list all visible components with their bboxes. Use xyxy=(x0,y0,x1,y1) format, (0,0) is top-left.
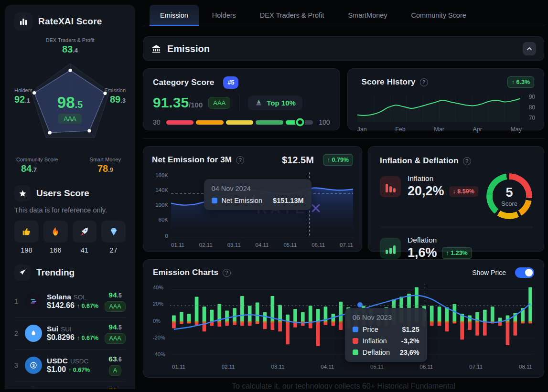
slider-knob[interactable] xyxy=(296,118,304,127)
fire-icon[interactable] xyxy=(43,221,68,243)
inflation-change-badge: 8.59% xyxy=(449,186,478,197)
net-emission-chart: RATE✕ 04 Nov 2024 Net Emission $151.13M xyxy=(171,170,353,239)
gauge-label: Score xyxy=(501,200,517,207)
users-score-note: This data is for reference only. xyxy=(14,206,126,214)
thumbs-up-icon[interactable] xyxy=(14,221,39,243)
reaction-rocket[interactable]: 41 xyxy=(73,221,97,254)
rocket-trending-icon xyxy=(14,265,31,281)
help-icon[interactable] xyxy=(236,156,244,164)
net-emission-value: $12.5M xyxy=(282,155,314,166)
reaction-count: 166 xyxy=(43,246,68,254)
net-emission-x-axis: 01.1102.1103.1104.1105.1106.1107.11 xyxy=(171,242,353,248)
inflation-deflation-card: Inflation & Deflation Inflation 20,2%8.5… xyxy=(368,146,544,252)
top-10-badge: Top 10% xyxy=(248,95,302,110)
scale-max: 100 xyxy=(319,118,330,126)
emission-y-axis: 40% 20% 0% -20% -40% xyxy=(153,281,170,361)
tab-smartmoney[interactable]: SmartMoney xyxy=(337,5,398,26)
rocket-icon[interactable] xyxy=(73,221,97,243)
reaction-fire[interactable]: 166 xyxy=(43,221,68,254)
users-score-header: Users Score xyxy=(14,185,126,201)
help-icon[interactable] xyxy=(420,78,428,86)
deflation-row: Deflation 1,6%1.23% xyxy=(380,236,532,260)
grade-badge: A xyxy=(109,365,121,376)
tab-community-score[interactable]: Community Score xyxy=(401,5,477,26)
reaction-count: 41 xyxy=(73,246,97,254)
emission-charts-card: Emission Charts Show Price 40% 20% 0% -2… xyxy=(143,259,544,378)
reaction-thumbs-up[interactable]: 198 xyxy=(14,221,39,254)
radar-center-score: 98.5 AAA xyxy=(57,94,83,124)
rank-badge: #5 xyxy=(223,76,238,89)
radar-axis-value: 83.4 xyxy=(62,44,78,55)
section-title: Emission xyxy=(167,43,517,54)
ratexai-score-header: RateXAI Score xyxy=(14,12,126,31)
deflation-bars-icon xyxy=(380,238,401,259)
show-price-toggle[interactable] xyxy=(515,267,534,278)
radar-axis-value: 78.9 xyxy=(97,163,113,174)
series-swatch xyxy=(353,350,358,355)
sidebar: RateXAI Score DEX Traders & Profit 83.4 … xyxy=(5,5,135,389)
score-gauge: 5 Score xyxy=(486,173,532,219)
tab-dex-traders[interactable]: DEX Traders & Profit xyxy=(249,5,335,26)
radar-axis-value: 84.7 xyxy=(21,163,37,174)
trending-row-solana[interactable]: 1 SolanaSOL $142.660.67% 94.5 AAA xyxy=(14,286,126,317)
series-swatch xyxy=(353,338,358,344)
chevron-up-icon xyxy=(527,46,532,52)
solana-coin-icon xyxy=(25,293,42,310)
inflation-value: 20,2% xyxy=(408,184,444,199)
collapse-section-button[interactable] xyxy=(523,42,536,55)
category-score-title: Category Score xyxy=(153,78,214,87)
score-history-change-badge: 6.3% xyxy=(507,76,534,88)
trending-row-sui[interactable]: 2 SuiSUI $0.82960.67% 94.5 AAA xyxy=(14,317,126,349)
deflation-value: 1,6% xyxy=(408,245,437,260)
divider xyxy=(380,227,532,227)
scale-min: 30 xyxy=(153,118,161,126)
usdc-coin-icon: $ xyxy=(25,357,42,374)
emission-bar-chart: 06 Nov 2023 Price $1.25 Inflation -3,2% xyxy=(170,281,534,361)
grade-badge: AAA xyxy=(208,97,230,109)
change-up: 0.67% xyxy=(77,335,98,341)
deflation-change-badge: 1.23% xyxy=(442,247,472,259)
inflation-bars-icon xyxy=(380,176,401,197)
tab-emission[interactable]: Emission xyxy=(150,5,199,26)
trending-header: Trending xyxy=(14,265,126,281)
help-icon[interactable] xyxy=(463,157,471,165)
trending-title: Trending xyxy=(36,267,75,278)
tab-bar: Emission Holders DEX Traders & Profit Sm… xyxy=(143,5,544,26)
xrp-coin-icon xyxy=(25,389,42,389)
help-icon[interactable] xyxy=(223,269,231,277)
footer-note: To calculate it, our technology collects… xyxy=(143,382,544,389)
category-score-card: Category Score #5 91.35/100 AAA Top 10% … xyxy=(143,68,340,130)
bar-chart-icon xyxy=(14,12,32,31)
series-swatch xyxy=(353,327,358,332)
emission-charts-title: Emission Charts xyxy=(153,268,218,277)
show-price-label: Show Price xyxy=(472,269,506,276)
score-history-x-axis: JanFebMarAprMay xyxy=(357,126,535,133)
divider xyxy=(143,138,544,138)
emission-x-axis: 01.1102.1103.1104.1105.1106.1107.1108.11 xyxy=(170,364,534,370)
change-up: 0.67% xyxy=(68,367,90,373)
trending-row-usdc[interactable]: 3 $ USDCUSDC $1.000.67% 63.6 A xyxy=(14,349,126,381)
svg-text:$: $ xyxy=(32,363,35,368)
main-content: Emission Holders DEX Traders & Profit Sm… xyxy=(143,5,544,389)
radar-axis-label: DEX Traders & Profit xyxy=(45,37,94,43)
emission-section-header: Emission xyxy=(143,36,544,61)
reaction-count: 198 xyxy=(14,246,39,254)
bank-icon xyxy=(151,43,161,54)
diamond-icon[interactable] xyxy=(101,221,126,243)
trending-row-xrp[interactable]: 4 XRPXRP $0.57750.67% 50.8 BBB xyxy=(14,381,126,389)
reaction-diamond[interactable]: 27 xyxy=(101,221,126,254)
pyramid-icon xyxy=(255,99,263,107)
net-emission-change-badge: 0.79% xyxy=(323,154,353,166)
trending-list: 1 SolanaSOL $142.660.67% 94.5 AAA 2 xyxy=(14,286,126,389)
users-score-title: Users Score xyxy=(36,188,89,199)
series-swatch xyxy=(212,198,217,203)
change-up: 0.67% xyxy=(77,303,98,309)
grade-badge: AAA xyxy=(58,114,82,124)
gauge-score: 5 xyxy=(505,185,513,200)
radar-chart: DEX Traders & Profit 83.4 Holders 92.1 E… xyxy=(14,37,126,177)
score-history-chart: 90 80 70 xyxy=(357,93,535,122)
radar-axis-label: Smart Money xyxy=(90,157,121,162)
sidebar-title: RateXAI Score xyxy=(38,16,102,27)
tab-holders[interactable]: Holders xyxy=(202,5,247,26)
radar-axis-label: Community Score xyxy=(16,157,58,162)
